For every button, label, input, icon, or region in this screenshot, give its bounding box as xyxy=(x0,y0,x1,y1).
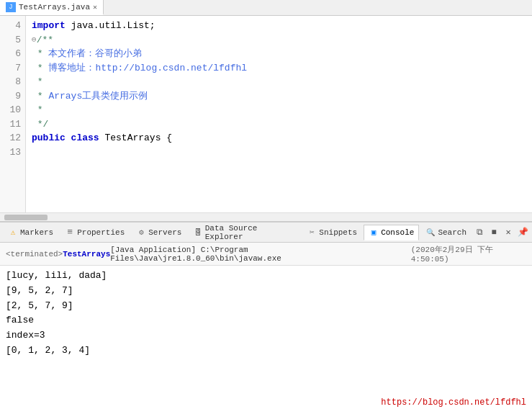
output-line: [0, 1, 2, 3, 4] xyxy=(6,343,526,359)
panel-tab-snippets[interactable]: ✂Snippets xyxy=(302,225,362,241)
output-line: [2, 5, 7, 9] xyxy=(6,299,526,314)
line-number: 4 xyxy=(4,19,21,33)
code-line: ⊖/** xyxy=(32,33,526,48)
terminate-icon[interactable]: ■ xyxy=(487,226,500,239)
panel-tab-search[interactable]: 🔍Search xyxy=(420,225,472,241)
editor-tab-testarrays[interactable]: J TestArrays.java ✕ xyxy=(0,0,104,15)
java-file-icon: J xyxy=(6,2,16,12)
panel-tab-properties[interactable]: ≡Properties xyxy=(60,225,130,241)
line-number: 8 xyxy=(4,75,21,89)
servers-icon: ⚙ xyxy=(136,228,146,238)
panel-tab-console[interactable]: ▣Console xyxy=(364,225,419,241)
copy-output-icon[interactable]: ⧉ xyxy=(473,226,486,239)
line-number: 11 xyxy=(4,117,21,132)
code-line: import java.util.List; xyxy=(32,19,526,33)
output-line: [lucy, lili, dada] xyxy=(6,269,526,284)
code-line: */ xyxy=(32,117,526,132)
line-number: 7 xyxy=(4,61,21,76)
line-number: 10 xyxy=(4,103,21,117)
console-area: <terminated> TestArrays [Java Applicatio… xyxy=(0,243,532,409)
remove-icon[interactable]: ✕ xyxy=(502,226,515,239)
panel-toolbar: ⧉ ■ ✕ 📌 xyxy=(473,226,529,239)
editor-scrollbar[interactable] xyxy=(0,212,532,221)
line-number: 5 xyxy=(4,33,21,48)
csdn-link[interactable]: https://blog.csdn.net/lfdfhl xyxy=(381,397,526,408)
editor-area: J TestArrays.java ✕ 45678910111213 impor… xyxy=(0,0,532,222)
search-icon: 🔍 xyxy=(425,228,436,238)
panel-tab-label: Snippets xyxy=(319,228,357,237)
console-header: <terminated> TestArrays [Java Applicatio… xyxy=(0,243,532,266)
panel-tab-servers[interactable]: ⚙Servers xyxy=(131,225,186,241)
line-number: 6 xyxy=(4,47,21,61)
snippets-icon: ✂ xyxy=(307,228,317,238)
panel-tab-datasource[interactable]: 🗄Data Source Explorer xyxy=(188,225,300,241)
code-content[interactable]: import java.util.List;⊖/** * 本文作者：谷哥的小弟 … xyxy=(26,16,532,212)
editor-tab-bar: J TestArrays.java ✕ xyxy=(0,0,532,16)
pin-icon[interactable]: 📌 xyxy=(516,226,529,239)
console-output: [lucy, lili, dada][9, 5, 2, 7][2, 5, 7, … xyxy=(0,266,532,396)
panel-tab-bar: ⚠Markers≡Properties⚙Servers🗄Data Source … xyxy=(0,223,532,243)
console-footer: https://blog.csdn.net/lfdfhl xyxy=(0,396,532,409)
panel-tab-label: Console xyxy=(381,228,414,237)
app-name-label: TestArrays xyxy=(63,250,110,259)
line-number: 12 xyxy=(4,131,21,145)
code-line: * Arrays工具类使用示例 xyxy=(32,89,526,104)
code-line: * xyxy=(32,75,526,89)
panel-tab-label: Markers xyxy=(20,228,53,237)
line-numbers: 45678910111213 xyxy=(0,16,26,212)
panel-tab-label: Properties xyxy=(77,228,125,237)
terminated-label: <terminated> xyxy=(6,250,63,259)
console-icon: ▣ xyxy=(369,228,379,238)
panel-tab-label: Search xyxy=(438,228,466,237)
datetime-label: (2020年2月29日 下午4:50:05) xyxy=(411,244,526,264)
tab-close-icon[interactable]: ✕ xyxy=(93,3,97,12)
datasource-icon: 🗄 xyxy=(193,228,202,238)
output-line: [9, 5, 2, 7] xyxy=(6,284,526,299)
code-line: public class TestArrays { xyxy=(32,131,526,145)
output-line: false xyxy=(6,313,526,328)
code-line: * xyxy=(32,103,526,117)
code-container: 45678910111213 import java.util.List;⊖/*… xyxy=(0,16,532,212)
line-number: 9 xyxy=(4,89,21,104)
code-line: * 本文作者：谷哥的小弟 xyxy=(32,47,526,61)
app-type-label: [Java Application] C:\Program Files\Java… xyxy=(110,246,411,263)
bottom-panel: ⚠Markers≡Properties⚙Servers🗄Data Source … xyxy=(0,222,532,409)
properties-icon: ≡ xyxy=(65,228,75,238)
scrollbar-thumb[interactable] xyxy=(4,215,48,220)
markers-icon: ⚠ xyxy=(8,228,18,238)
line-number: 13 xyxy=(4,145,21,160)
panel-tab-markers[interactable]: ⚠Markers xyxy=(3,225,58,241)
editor-tab-label: TestArrays.java xyxy=(19,3,90,12)
output-line: index=3 xyxy=(6,328,526,343)
code-line: * 博客地址：http://blog.csdn.net/lfdfhl xyxy=(32,61,526,76)
panel-tab-label: Data Source Explorer xyxy=(205,224,296,241)
panel-tab-label: Servers xyxy=(148,228,181,237)
